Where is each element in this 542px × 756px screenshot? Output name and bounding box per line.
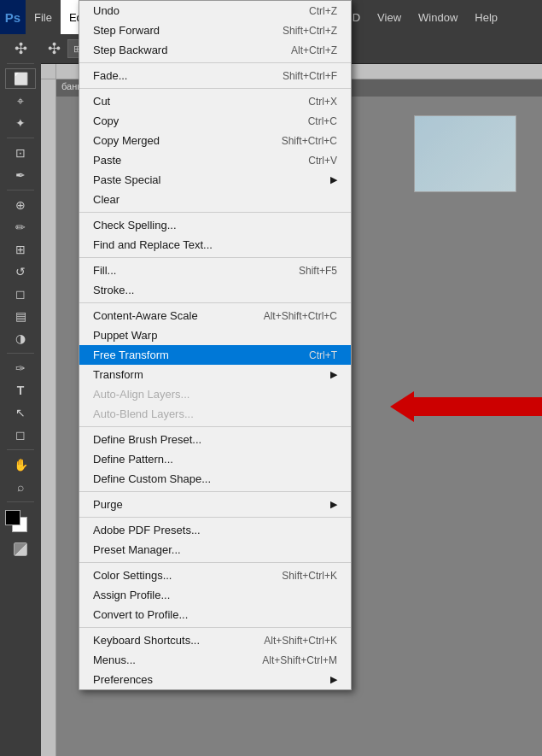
shape-tool-btn[interactable]: ◻: [5, 425, 36, 445]
eyedropper-btn[interactable]: ✒: [5, 165, 36, 185]
fg-color-swatch[interactable]: [5, 510, 20, 525]
menu-item-define-pattern[interactable]: Define Pattern...: [79, 449, 351, 469]
menu-item-copy[interactable]: Copy Ctrl+C: [79, 111, 351, 131]
menu-item-cut[interactable]: Cut Ctrl+X: [79, 91, 351, 111]
menu-item-purge[interactable]: Purge ▶: [79, 495, 351, 514]
menu-item-preferences[interactable]: Preferences ▶: [79, 670, 351, 689]
sep10: [79, 627, 351, 628]
menu-item-fill[interactable]: Fill... Shift+F5: [79, 261, 351, 280]
path-select-btn[interactable]: ↖: [5, 402, 36, 423]
menu-item-paste[interactable]: Paste Ctrl+V: [79, 150, 351, 170]
sep5: [79, 302, 351, 303]
menu-item-color-settings[interactable]: Color Settings... Shift+Ctrl+K: [79, 566, 351, 585]
menu-item-step-forward[interactable]: Step Forward Shift+Ctrl+Z: [79, 21, 351, 40]
menu-item-define-brush[interactable]: Define Brush Preset...: [79, 430, 351, 449]
sep3: [79, 212, 351, 213]
color-swatches[interactable]: [5, 510, 36, 537]
edit-menu: Undo Ctrl+Z Step Forward Shift+Ctrl+Z St…: [79, 0, 352, 690]
menu-item-adobe-pdf[interactable]: Adobe PDF Presets...: [79, 520, 351, 540]
menu-item-free-transform[interactable]: Free Transform Ctrl+T: [79, 345, 351, 365]
pen-tool-btn[interactable]: ✑: [5, 358, 36, 378]
menu-item-clear[interactable]: Clear: [79, 190, 351, 209]
sep8: [79, 517, 351, 518]
ps-logo: Ps: [0, 0, 26, 34]
ruler-vertical: [41, 79, 56, 756]
menu-item-auto-align[interactable]: Auto-Align Layers...: [79, 384, 351, 404]
menu-item-define-shape[interactable]: Define Custom Shape...: [79, 469, 351, 489]
menu-view[interactable]: View: [369, 0, 410, 34]
dodge-btn[interactable]: ◑: [5, 328, 36, 349]
history-brush-btn[interactable]: ↺: [5, 261, 36, 282]
menu-file[interactable]: File: [26, 0, 61, 34]
hand-tool-btn[interactable]: ✋: [5, 454, 36, 475]
move-tool-btn[interactable]: ✣: [5, 38, 36, 59]
menu-item-step-backward[interactable]: Step Backward Alt+Ctrl+Z: [79, 40, 351, 60]
menu-item-paste-special[interactable]: Paste Special ▶: [79, 170, 351, 190]
sep6: [79, 426, 351, 427]
move-tool-icon[interactable]: ✣: [48, 39, 61, 58]
canvas-content: [414, 115, 516, 192]
sep7: [79, 491, 351, 492]
menu-item-transform[interactable]: Transform ▶: [79, 365, 351, 384]
sep1: [79, 62, 351, 63]
magic-wand-btn[interactable]: ✦: [5, 113, 36, 133]
left-toolbar: ✣ ⬜ ⌖ ✦ ⊡ ✒ ⊕ ✏ ⊞ ↺ ◻ ▤ ◑ ✑ T ↖ ◻ ✋ ⌕: [0, 34, 41, 756]
menu-item-undo[interactable]: Undo Ctrl+Z: [79, 1, 351, 21]
type-tool-btn[interactable]: T: [5, 380, 36, 401]
menu-item-check-spelling[interactable]: Check Spelling...: [79, 215, 351, 235]
brush-btn[interactable]: ✏: [5, 217, 36, 237]
menu-item-preset-manager[interactable]: Preset Manager...: [79, 540, 351, 560]
ruler-corner: [41, 64, 56, 79]
menu-item-puppet-warp[interactable]: Puppet Warp: [79, 325, 351, 345]
menu-item-content-aware-scale[interactable]: Content-Aware Scale Alt+Shift+Ctrl+C: [79, 306, 351, 325]
menu-item-copy-merged[interactable]: Copy Merged Shift+Ctrl+C: [79, 131, 351, 150]
eraser-btn[interactable]: ◻: [5, 284, 36, 304]
crop-tool-btn[interactable]: ⊡: [5, 143, 36, 163]
lasso-tool-btn[interactable]: ⌖: [5, 91, 36, 111]
sep2: [79, 88, 351, 89]
menu-item-auto-blend[interactable]: Auto-Blend Layers...: [79, 404, 351, 424]
zoom-tool-btn[interactable]: ⌕: [5, 477, 36, 497]
marquee-tool-btn[interactable]: ⬜: [5, 68, 36, 89]
menu-item-menus[interactable]: Menus... Alt+Shift+Ctrl+M: [79, 650, 351, 670]
menu-item-stroke[interactable]: Stroke...: [79, 280, 351, 300]
sep9: [79, 562, 351, 563]
menu-window[interactable]: Window: [410, 0, 466, 34]
healing-btn[interactable]: ⊕: [5, 195, 36, 215]
clone-stamp-btn[interactable]: ⊞: [5, 239, 36, 260]
menu-item-fade[interactable]: Fade... Shift+Ctrl+F: [79, 66, 351, 85]
menu-item-find-replace[interactable]: Find and Replace Text...: [79, 235, 351, 255]
menu-item-keyboard-shortcuts[interactable]: Keyboard Shortcuts... Alt+Shift+Ctrl+K: [79, 630, 351, 650]
menu-item-assign-profile[interactable]: Assign Profile...: [79, 585, 351, 605]
gradient-btn[interactable]: ▤: [5, 306, 36, 326]
menu-item-convert-profile[interactable]: Convert to Profile...: [79, 605, 351, 624]
menu-help[interactable]: Help: [466, 0, 506, 34]
sep4: [79, 257, 351, 258]
quick-mask-btn[interactable]: [5, 539, 36, 560]
